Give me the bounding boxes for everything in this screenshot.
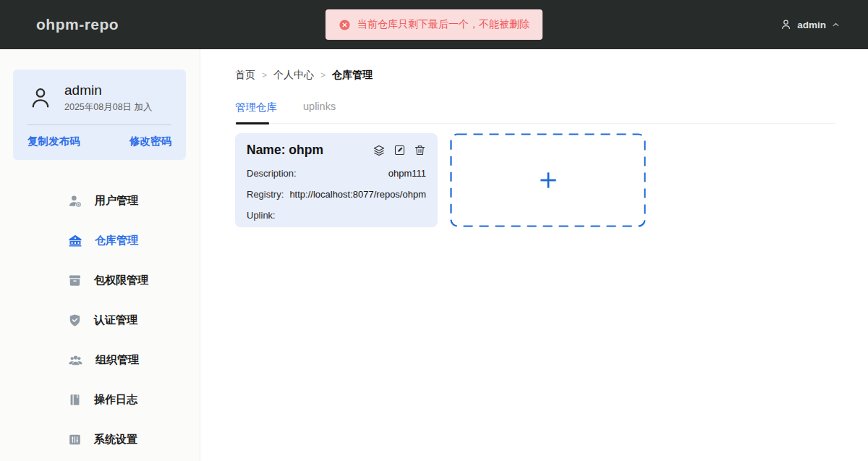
sidebar-item-label: 用户管理 (95, 194, 138, 208)
tab-bar: 管理仓库 uplinks (235, 101, 835, 124)
profile-name: admin (64, 83, 153, 98)
repo-row-label: Registry: (247, 189, 284, 200)
copy-publish-code-link[interactable]: 复制发布码 (27, 135, 80, 148)
repo-row-label: Uplink: (247, 210, 276, 221)
breadcrumb-home[interactable]: 首页 (235, 69, 255, 82)
sidebar-item-label: 认证管理 (94, 313, 137, 327)
sidebar-item-label: 组织管理 (95, 353, 139, 367)
user-management-icon (68, 194, 82, 208)
main-content: 首页 > 个人中心 > 仓库管理 管理仓库 uplinks Name: ohpm (201, 49, 868, 461)
user-menu[interactable]: admin (780, 19, 841, 31)
change-password-link[interactable]: 修改密码 (129, 135, 171, 148)
breadcrumb-current: 仓库管理 (332, 69, 373, 82)
profile-card: admin 2025年08月08日 加入 复制发布码 修改密码 (13, 69, 186, 160)
repo-row-value: ohpm111 (388, 168, 426, 179)
breadcrumb-personal-center[interactable]: 个人中心 (273, 69, 314, 82)
breadcrumb-separator: > (262, 70, 267, 80)
package-permission-icon (68, 274, 82, 287)
add-repo-card[interactable] (450, 133, 646, 227)
profile-divider (27, 124, 171, 125)
sidebar-item-user-management[interactable]: 用户管理 (0, 181, 199, 221)
organization-icon (68, 352, 83, 368)
system-settings-icon (68, 433, 82, 447)
repo-registry-row: Registry: http://localhost:8077/repos/oh… (247, 189, 426, 200)
repo-description-row: Description: ohpm111 (247, 168, 426, 179)
sidebar-item-label: 系统设置 (94, 433, 137, 447)
sidebar-item-package-permission[interactable]: 包权限管理 (0, 261, 199, 300)
auth-shield-icon (68, 313, 82, 327)
layers-icon[interactable] (373, 144, 386, 157)
breadcrumb: 首页 > 个人中心 > 仓库管理 (235, 69, 868, 82)
sidebar-item-auth-management[interactable]: 认证管理 (0, 300, 199, 340)
repo-name: Name: ohpm (247, 143, 323, 158)
error-circle-icon (339, 19, 351, 31)
sidebar-item-organization[interactable]: 组织管理 (0, 340, 199, 380)
app-header: ohpm-repo 当前仓库只剩下最后一个，不能被删除 admin (0, 0, 868, 49)
tab-manage-repos[interactable]: 管理仓库 (235, 101, 277, 123)
repo-card-list: Name: ohpm Description: (235, 133, 868, 227)
trash-icon[interactable] (414, 144, 426, 156)
breadcrumb-separator: > (320, 70, 326, 80)
sidebar-item-label: 操作日志 (94, 393, 137, 407)
profile-joined-date: 2025年08月08日 加入 (64, 101, 153, 114)
repo-row-label: Description: (247, 168, 297, 179)
sidebar-nav: 用户管理 仓库管理 包权限管理 认证管理 (0, 181, 199, 460)
repo-uplink-row: Uplink: (247, 210, 426, 221)
sidebar-item-label: 仓库管理 (95, 234, 138, 248)
repo-card: Name: ohpm Description: (235, 133, 438, 227)
sidebar-item-repo-management[interactable]: 仓库管理 (0, 221, 199, 261)
toast-message: 当前仓库只剩下最后一个，不能被删除 (357, 18, 529, 31)
repo-management-icon (68, 234, 82, 248)
user-icon (780, 19, 792, 31)
tab-uplinks[interactable]: uplinks (303, 101, 336, 123)
error-toast: 当前仓库只剩下最后一个，不能被删除 (326, 9, 542, 40)
sidebar-item-label: 包权限管理 (94, 274, 148, 287)
plus-icon (536, 168, 561, 193)
sidebar: admin 2025年08月08日 加入 复制发布码 修改密码 用户管理 (0, 49, 200, 461)
operation-log-icon (68, 393, 82, 407)
page: ohpm-repo 当前仓库只剩下最后一个，不能被删除 admin (0, 0, 868, 461)
edit-icon[interactable] (393, 144, 406, 156)
chevron-up-icon (831, 20, 841, 30)
sidebar-item-operation-log[interactable]: 操作日志 (0, 380, 199, 420)
app-logo: ohpm-repo (36, 16, 119, 33)
sidebar-item-system-settings[interactable]: 系统设置 (0, 420, 199, 460)
user-menu-label: admin (797, 20, 826, 30)
repo-row-value: http://localhost:8077/repos/ohpm (289, 189, 426, 200)
avatar-icon (27, 85, 54, 111)
